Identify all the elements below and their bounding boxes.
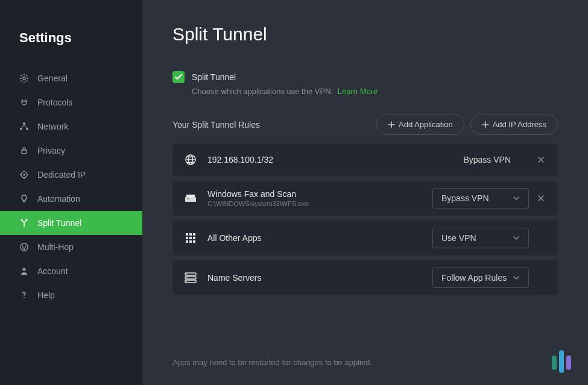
- sidebar-item-automation[interactable]: Automation: [0, 187, 142, 211]
- sidebar-item-split-tunnel[interactable]: Split Tunnel: [0, 211, 142, 235]
- plus-icon: [388, 121, 395, 128]
- sidebar-item-label: Dedicated IP: [37, 170, 86, 180]
- rules-header-title: Your Split Tunnel Rules: [172, 120, 260, 130]
- split-tunnel-toggle-section: Split Tunnel Choose which applications u…: [172, 71, 558, 96]
- remove-rule-button[interactable]: [535, 192, 547, 204]
- rule-row: 192.168.100.1/32Bypass VPN: [172, 143, 558, 176]
- rule-text: All Other Apps: [207, 233, 432, 243]
- page-title: Split Tunnel: [172, 24, 558, 45]
- svg-point-1: [23, 122, 25, 125]
- rule-action-dropdown[interactable]: Use VPN: [432, 228, 529, 248]
- split-icon: [19, 218, 29, 228]
- globe-icon: [183, 152, 198, 167]
- servers-icon: [183, 271, 198, 285]
- grid-icon: [183, 231, 198, 245]
- split-tunnel-checkbox[interactable]: [172, 71, 185, 83]
- user-icon: [19, 266, 29, 276]
- svg-point-31: [186, 281, 188, 282]
- footer-note: Apps may need to be restarted for change…: [172, 358, 372, 367]
- close-icon: [537, 194, 545, 202]
- svg-point-7: [21, 219, 23, 221]
- rule-name: Windows Fax and Scan: [207, 189, 432, 199]
- split-tunnel-label: Split Tunnel: [192, 72, 236, 82]
- rule-text: Name Servers: [207, 273, 432, 283]
- gear-icon: [19, 74, 29, 83]
- sidebar-item-label: Privacy: [37, 146, 65, 155]
- lock-icon: [19, 146, 29, 155]
- sidebar-item-general[interactable]: General: [0, 66, 142, 90]
- sidebar-title: Settings: [0, 14, 142, 66]
- sidebar-item-label: Multi-Hop: [37, 242, 74, 252]
- svg-rect-4: [22, 150, 27, 154]
- split-tunnel-description: Choose which applications use the VPN. L…: [172, 87, 558, 96]
- plug-icon: [19, 98, 29, 107]
- sidebar-item-label: Automation: [37, 194, 80, 204]
- add-application-button[interactable]: Add Application: [376, 114, 464, 135]
- svg-rect-20: [186, 237, 188, 239]
- svg-rect-23: [186, 240, 188, 243]
- bulb-icon: [19, 194, 29, 204]
- svg-rect-25: [193, 240, 195, 243]
- rule-name: All Other Apps: [207, 233, 432, 243]
- sidebar-item-account[interactable]: Account: [0, 259, 142, 283]
- brand-logo-icon: [552, 349, 571, 373]
- rule-action-label: Bypass VPN: [463, 155, 511, 164]
- svg-rect-18: [189, 233, 192, 236]
- sidebar-item-help[interactable]: Help: [0, 283, 142, 307]
- svg-point-29: [186, 274, 188, 275]
- sidebar-item-protocols[interactable]: Protocols: [0, 90, 142, 114]
- svg-rect-17: [186, 233, 188, 236]
- rule-path: C:\WINDOWS\system32\WFS.exe: [207, 200, 432, 207]
- svg-point-6: [24, 174, 25, 176]
- svg-point-8: [26, 219, 28, 221]
- svg-point-11: [24, 297, 25, 298]
- settings-sidebar: Settings GeneralProtocolsNetworkPrivacyD…: [0, 0, 142, 385]
- rule-row: All Other AppsUse VPN: [172, 221, 558, 255]
- sidebar-item-privacy[interactable]: Privacy: [0, 139, 142, 163]
- rule-action-dropdown[interactable]: Bypass VPN: [432, 188, 529, 208]
- chevron-down-icon: [513, 236, 520, 240]
- sidebar-item-label: Network: [37, 122, 68, 131]
- close-icon: [537, 155, 545, 164]
- multihop-icon: [19, 242, 29, 252]
- rule-text: Windows Fax and ScanC:\WINDOWS\system32\…: [207, 189, 432, 207]
- svg-rect-24: [189, 240, 192, 243]
- rule-row: Windows Fax and ScanC:\WINDOWS\system32\…: [172, 181, 558, 216]
- sidebar-item-dedicated-ip[interactable]: Dedicated IP: [0, 163, 142, 187]
- sidebar-item-label: Account: [37, 266, 68, 276]
- rule-name: Name Servers: [207, 273, 432, 283]
- rule-row: Name ServersFollow App Rules: [172, 260, 558, 295]
- sidebar-item-label: Protocols: [37, 98, 72, 107]
- svg-point-3: [26, 128, 28, 130]
- svg-rect-22: [193, 237, 195, 239]
- plus-icon: [482, 121, 489, 128]
- network-icon: [19, 122, 29, 131]
- sidebar-item-label: Help: [37, 290, 55, 300]
- sidebar-item-network[interactable]: Network: [0, 114, 142, 139]
- svg-point-30: [186, 277, 188, 278]
- svg-rect-14: [185, 197, 196, 202]
- remove-rule-button[interactable]: [535, 154, 547, 166]
- dedicated-icon: [19, 170, 29, 180]
- svg-point-10: [23, 268, 26, 271]
- chevron-down-icon: [513, 275, 520, 280]
- sidebar-item-label: General: [37, 74, 68, 83]
- learn-more-link[interactable]: Learn More: [338, 87, 378, 96]
- sidebar-item-multi-hop[interactable]: Multi-Hop: [0, 235, 142, 259]
- chevron-down-icon: [513, 196, 520, 201]
- add-ip-address-button[interactable]: Add IP Address: [470, 114, 558, 135]
- check-icon: [175, 74, 182, 80]
- svg-rect-16: [187, 198, 189, 199]
- svg-rect-19: [193, 233, 195, 236]
- rule-name: 192.168.100.1/32: [207, 155, 463, 164]
- svg-rect-15: [186, 195, 195, 197]
- rule-text: 192.168.100.1/32: [207, 155, 463, 164]
- svg-point-0: [23, 77, 25, 80]
- svg-rect-21: [189, 237, 192, 239]
- scanner-icon: [183, 191, 198, 205]
- main-panel: Split Tunnel Split Tunnel Choose which a…: [142, 0, 588, 385]
- svg-point-2: [20, 128, 22, 130]
- sidebar-item-label: Split Tunnel: [37, 218, 81, 228]
- rule-action-dropdown[interactable]: Follow App Rules: [432, 268, 529, 288]
- help-icon: [19, 290, 29, 300]
